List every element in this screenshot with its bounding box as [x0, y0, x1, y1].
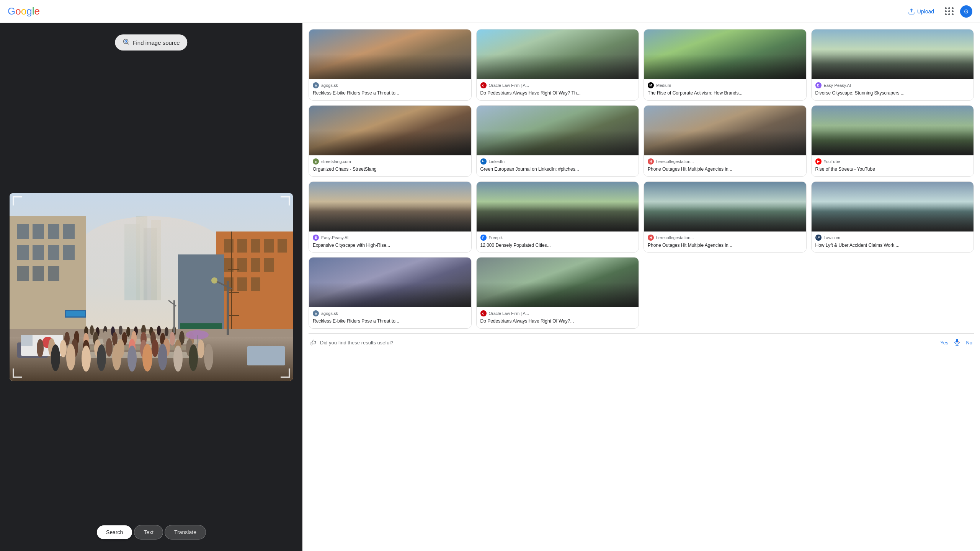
source-row-11: H herecollegestation...: [648, 235, 802, 241]
source-row-7: H herecollegestation...: [648, 158, 802, 165]
corner-bracket-br: [281, 368, 290, 378]
result-info-13: a agogs.sk Reckless E-bike Riders Pose a…: [309, 307, 471, 328]
svg-point-68: [165, 327, 168, 336]
result-card-14[interactable]: O Oracle Law Firm | A... Do Pedestrians …: [476, 257, 639, 329]
svg-rect-21: [48, 266, 59, 281]
favicon-3: M: [648, 82, 654, 88]
svg-rect-11: [17, 224, 29, 239]
text-tab[interactable]: Text: [134, 525, 163, 540]
svg-rect-25: [237, 239, 247, 253]
source-name-11: herecollegestation...: [656, 235, 694, 240]
result-card-3[interactable]: M Medium The Rise of Corporate Activism:…: [644, 29, 807, 101]
source-name-4: Easy-Peasy.AI: [824, 83, 851, 88]
result-thumb-4: [812, 29, 974, 79]
result-info-11: H herecollegestation... Phone Outages Hi…: [644, 231, 806, 253]
svg-rect-24: [224, 239, 234, 253]
result-card-13[interactable]: a agogs.sk Reckless E-bike Riders Pose a…: [309, 257, 472, 329]
svg-rect-56: [247, 346, 285, 365]
uploaded-image: [10, 193, 293, 381]
source-name-10: Freepik: [489, 235, 503, 240]
voice-icon: [953, 338, 961, 347]
svg-point-103: [66, 344, 75, 370]
source-name-3: Medium: [656, 83, 671, 88]
feedback-bar: Did you find these results useful? Yes N…: [309, 333, 974, 348]
svg-rect-120: [311, 342, 312, 345]
logo-letter-o2: o: [21, 5, 26, 17]
result-title-12: How Lyft & Uber Accident Claims Work ...: [815, 242, 970, 249]
logo-letter-e: e: [34, 5, 39, 17]
search-tab[interactable]: Search: [96, 525, 132, 540]
result-info-14: O Oracle Law Firm | A... Do Pedestrians …: [477, 307, 639, 328]
source-row-8: ▶ YouTube: [815, 158, 970, 165]
source-name-13: agogs.sk: [321, 311, 338, 316]
result-card-4[interactable]: E Easy-Peasy.AI Diverse Cityscape: Stunn…: [811, 29, 974, 101]
source-row-2: O Oracle Law Firm | A...: [480, 82, 635, 88]
translate-tab[interactable]: Translate: [165, 525, 206, 540]
google-lens-icon: [122, 38, 129, 45]
svg-rect-121: [956, 339, 959, 342]
result-title-4: Diverse Cityscape: Stunning Skyscrapers …: [815, 90, 970, 96]
header-left: G o o g l e: [8, 5, 40, 17]
find-image-source-button[interactable]: Find image source: [115, 34, 187, 51]
source-row-6: in LinkedIn: [480, 158, 635, 165]
apps-button[interactable]: [945, 7, 954, 16]
corner-bracket-tl: [13, 196, 22, 205]
result-card-12[interactable]: LP Law.com How Lyft & Uber Accident Clai…: [811, 181, 974, 253]
svg-rect-119: [66, 311, 85, 316]
result-card-2[interactable]: O Oracle Law Firm | A... Do Pedestrians …: [476, 29, 639, 101]
google-logo[interactable]: G o o g l e: [8, 5, 40, 17]
result-thumb-6: [477, 106, 639, 155]
svg-rect-32: [264, 258, 274, 272]
source-row-3: M Medium: [648, 82, 802, 88]
right-panel: a agogs.sk Reckless E-bike Riders Pose a…: [302, 23, 980, 551]
left-panel: Find image source: [0, 23, 302, 551]
result-thumb-1: [309, 29, 471, 79]
favicon-6: in: [480, 158, 487, 165]
result-info-3: M Medium The Rise of Corporate Activism:…: [644, 79, 806, 100]
svg-point-109: [158, 344, 167, 370]
result-title-2: Do Pedestrians Always Have Right Of Way?…: [480, 90, 635, 96]
svg-point-94: [152, 339, 158, 357]
svg-rect-28: [278, 239, 287, 253]
result-thumb-13: [309, 258, 471, 307]
result-card-6[interactable]: in LinkedIn Green European Journal on Li…: [476, 105, 639, 177]
result-card-8[interactable]: ▶ YouTube Rise of the Streets - YouTube: [811, 105, 974, 177]
favicon-12: LP: [815, 235, 822, 241]
result-card-10[interactable]: F Freepik 12,000 Densely Populated Citie…: [476, 181, 639, 253]
svg-point-84: [37, 339, 44, 357]
result-info-1: a agogs.sk Reckless E-bike Riders Pose a…: [309, 79, 471, 100]
favicon-5: s: [313, 158, 319, 165]
favicon-8: ▶: [815, 158, 822, 165]
svg-rect-27: [264, 239, 274, 253]
result-card-7[interactable]: H herecollegestation... Phone Outages Hi…: [644, 105, 807, 177]
bottom-tabs: Search Text Translate: [96, 525, 206, 540]
result-card-1[interactable]: a agogs.sk Reckless E-bike Riders Pose a…: [309, 29, 472, 101]
corner-bracket-bl: [13, 368, 22, 378]
svg-point-2: [125, 41, 127, 42]
svg-point-102: [51, 344, 60, 371]
feedback-icon: [310, 339, 317, 346]
source-row-13: a agogs.sk: [313, 310, 467, 316]
source-row-1: a agogs.sk: [313, 82, 467, 88]
result-title-5: Organized Chaos - StreetSlang: [313, 166, 467, 173]
result-title-14: Do Pedestrians Always Have Right Of Way?…: [480, 318, 635, 324]
result-card-9[interactable]: E Easy-Peasy.AI Expansive Cityscape with…: [309, 181, 472, 253]
svg-rect-31: [251, 258, 260, 272]
favicon-10: F: [480, 235, 487, 241]
svg-rect-34: [237, 277, 247, 291]
result-card-11[interactable]: H herecollegestation... Phone Outages Hi…: [644, 181, 807, 253]
user-avatar[interactable]: G: [960, 5, 972, 18]
city-scene-svg: [10, 193, 293, 381]
result-thumb-2: [477, 29, 639, 79]
svg-point-107: [127, 346, 137, 372]
result-card-5[interactable]: s streetslang.com Organized Chaos - Stre…: [309, 105, 472, 177]
logo-letter-g: G: [8, 5, 15, 17]
svg-point-63: [126, 327, 130, 337]
feedback-yes-button[interactable]: Yes: [940, 340, 948, 346]
result-title-10: 12,000 Densely Populated Cities...: [480, 242, 635, 249]
upload-button[interactable]: Upload: [903, 5, 939, 18]
svg-rect-14: [63, 224, 75, 239]
svg-point-106: [112, 344, 121, 370]
feedback-no-button[interactable]: No: [966, 340, 972, 346]
source-name-12: Law.com: [824, 235, 840, 240]
